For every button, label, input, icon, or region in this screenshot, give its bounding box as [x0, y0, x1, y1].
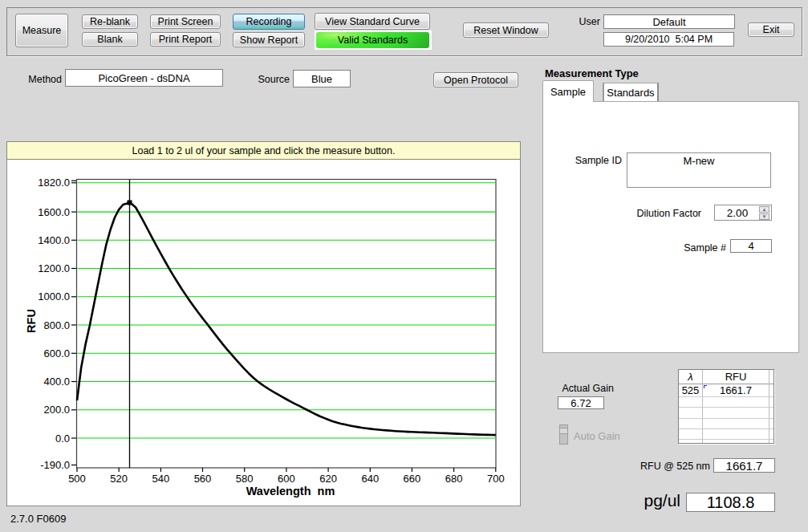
svg-text:600: 600: [278, 473, 295, 485]
svg-text:RFU: RFU: [25, 309, 38, 333]
svg-text:0.0: 0.0: [55, 433, 70, 445]
svg-text:580: 580: [236, 473, 254, 485]
svg-text:500: 500: [68, 473, 86, 485]
svg-text:700: 700: [487, 473, 505, 485]
svg-text:640: 640: [361, 473, 379, 485]
svg-text:1820.0: 1820.0: [38, 177, 70, 189]
svg-text:1400.0: 1400.0: [38, 234, 70, 246]
svg-text:800.0: 800.0: [43, 319, 70, 331]
svg-text:Wavelength nm: Wavelength nm: [246, 485, 335, 497]
svg-text:560: 560: [194, 473, 212, 485]
svg-text:1000.0: 1000.0: [38, 290, 70, 303]
svg-text:600.0: 600.0: [43, 347, 70, 359]
svg-text:400.0: 400.0: [43, 376, 70, 388]
svg-text:680: 680: [445, 473, 463, 485]
svg-text:200.0: 200.0: [43, 404, 70, 416]
svg-text:540: 540: [152, 473, 170, 485]
svg-text:-190.0: -190.0: [40, 459, 70, 471]
svg-text:1600.0: 1600.0: [38, 206, 70, 218]
svg-text:660: 660: [404, 473, 421, 485]
svg-text:1200.0: 1200.0: [38, 262, 70, 274]
svg-text:520: 520: [110, 473, 128, 485]
svg-text:620: 620: [319, 473, 337, 485]
